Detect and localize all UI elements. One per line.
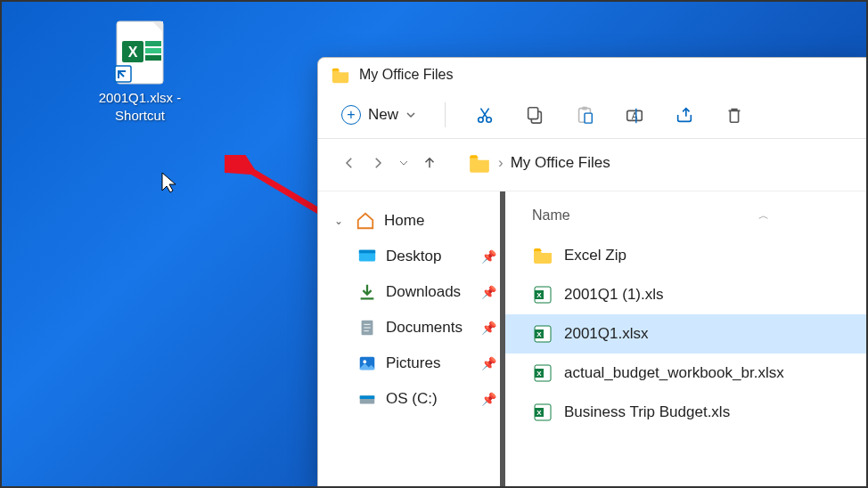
desktop-shortcut-label: 2001Q1.xlsx - Shortcut (91, 89, 189, 124)
pin-icon: 📌 (481, 249, 496, 264)
breadcrumb[interactable]: › My Office Files (468, 151, 610, 175)
sidebar-home[interactable]: ⌄ Home (334, 207, 505, 234)
breadcrumb-sep: › (498, 154, 504, 172)
new-button[interactable]: + New (341, 105, 416, 125)
window-titlebar[interactable]: My Office Files (318, 58, 867, 92)
nav-sidebar: ⌄ Home Desktop 📌 Downloads 📌 Documents (318, 191, 505, 487)
home-icon (356, 211, 375, 231)
desktop-icon (357, 247, 377, 266)
sort-indicator-icon: ︿ (758, 208, 769, 224)
svg-rect-28 (360, 395, 375, 399)
svg-rect-7 (115, 66, 131, 82)
rename-button[interactable]: A (624, 104, 645, 126)
paste-button[interactable] (574, 104, 595, 126)
share-button[interactable] (674, 104, 695, 126)
file-row-selected[interactable]: X 2001Q1.xlsx (505, 314, 867, 354)
delete-button[interactable] (724, 104, 745, 126)
sidebar-item-label: Home (384, 212, 424, 230)
recent-dropdown[interactable] (398, 155, 409, 171)
svg-text:A: A (632, 111, 638, 121)
excel-icon: X (532, 362, 553, 384)
file-explorer-window: My Office Files + New A › My Of (317, 57, 868, 488)
svg-text:X: X (536, 370, 542, 378)
excel-icon: X (532, 402, 553, 423)
forward-button[interactable] (370, 155, 386, 171)
pictures-icon (357, 354, 377, 373)
back-button[interactable] (341, 155, 357, 171)
sidebar-documents[interactable]: Documents 📌 (334, 314, 505, 341)
svg-text:X: X (128, 45, 138, 60)
desktop-shortcut-2001q1[interactable]: X 2001Q1.xlsx - Shortcut (91, 20, 189, 124)
folder-icon (532, 245, 553, 266)
file-label: 2001Q1.xlsx (564, 325, 649, 343)
file-row[interactable]: X Business Trip Budget.xls (505, 393, 867, 432)
new-button-label: New (368, 106, 398, 124)
pin-icon: 📌 (481, 392, 496, 406)
sidebar-item-label: Downloads (386, 283, 461, 301)
column-header-name[interactable]: Name ︿ (505, 202, 867, 236)
sidebar-desktop[interactable]: Desktop 📌 (334, 243, 505, 270)
svg-rect-5 (145, 48, 161, 53)
chevron-down-icon: ⌄ (334, 215, 347, 227)
breadcrumb-label: My Office Files (511, 154, 610, 172)
file-row-folder[interactable]: Excel Zip (505, 236, 867, 275)
svg-rect-20 (359, 250, 375, 254)
sidebar-item-label: Documents (386, 319, 463, 337)
column-header-label: Name (532, 207, 570, 224)
documents-icon (357, 318, 377, 338)
svg-point-26 (363, 360, 366, 363)
pin-icon: 📌 (481, 285, 496, 299)
svg-rect-6 (145, 55, 161, 61)
file-label: actual_budget_workbook_br.xlsx (564, 364, 784, 382)
chevron-down-icon (405, 110, 416, 120)
sidebar-item-label: Pictures (386, 354, 440, 372)
cut-button[interactable] (474, 104, 495, 126)
downloads-icon (357, 282, 377, 302)
svg-text:X: X (536, 330, 542, 338)
window-title: My Office Files (359, 67, 454, 83)
file-label: 2001Q1 (1).xls (564, 286, 664, 304)
svg-rect-14 (582, 107, 587, 110)
pin-icon: 📌 (481, 356, 496, 370)
file-row[interactable]: X 2001Q1 (1).xls (505, 275, 867, 314)
nav-row: › My Office Files (318, 139, 867, 191)
excel-file-icon: X (111, 20, 168, 85)
file-label: Excel Zip (564, 247, 626, 264)
excel-icon: X (532, 323, 553, 345)
sidebar-item-label: Desktop (386, 248, 441, 265)
file-list: Name ︿ Excel Zip X 2001Q1 (1).xls X 2001… (505, 191, 867, 487)
toolbar: + New A (318, 92, 867, 139)
sidebar-item-label: OS (C:) (386, 390, 438, 408)
drive-icon (357, 389, 377, 409)
svg-rect-15 (585, 113, 592, 123)
plus-circle-icon: + (341, 105, 361, 125)
svg-text:X: X (536, 291, 542, 299)
pin-icon: 📌 (481, 321, 496, 335)
excel-icon: X (532, 284, 553, 305)
up-button[interactable] (422, 155, 438, 171)
file-label: Business Trip Budget.xls (564, 403, 730, 421)
mouse-cursor-icon (160, 171, 178, 194)
folder-icon (468, 151, 491, 175)
copy-button[interactable] (524, 104, 545, 126)
sidebar-downloads[interactable]: Downloads 📌 (334, 279, 505, 305)
sidebar-pictures[interactable]: Pictures 📌 (334, 350, 505, 377)
file-row[interactable]: X actual_budget_workbook_br.xlsx (505, 354, 867, 393)
svg-rect-4 (145, 41, 161, 46)
svg-rect-12 (528, 108, 538, 119)
folder-icon (331, 65, 350, 85)
sidebar-os-c[interactable]: OS (C:) 📌 (334, 386, 505, 412)
svg-text:X: X (536, 409, 542, 417)
